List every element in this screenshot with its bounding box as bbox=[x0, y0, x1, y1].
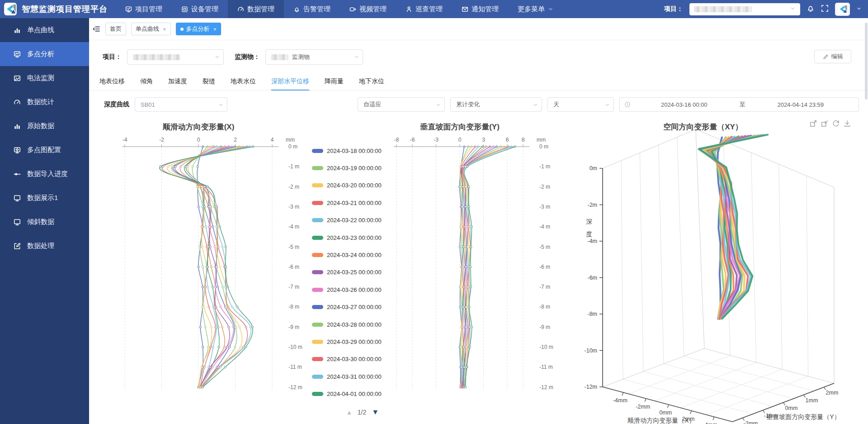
nav-item[interactable]: 数据管理 bbox=[228, 0, 284, 18]
category-tab[interactable]: 降雨量 bbox=[325, 73, 344, 91]
project-filter-label: 项目： bbox=[103, 53, 122, 61]
legend-item[interactable]: 2024-03-22 00:00:00 bbox=[312, 212, 391, 229]
nav-item[interactable]: 通知管理 bbox=[452, 0, 508, 18]
nav-project-select[interactable] bbox=[689, 3, 800, 15]
svg-text:-7 m: -7 m bbox=[288, 284, 299, 290]
svg-text:0m: 0m bbox=[590, 165, 597, 172]
category-tab[interactable]: 加速度 bbox=[168, 73, 187, 91]
sidebar-item[interactable]: 多点图配置 bbox=[0, 138, 89, 162]
close-tab-icon[interactable]: × bbox=[163, 26, 166, 33]
legend-item[interactable]: 2024-03-24 00:00:00 bbox=[312, 246, 391, 263]
legend-item[interactable]: 2024-03-19 00:00:00 bbox=[312, 159, 391, 176]
bell-icon bbox=[807, 4, 815, 12]
zoom-box-icon[interactable] bbox=[810, 120, 817, 129]
svg-text:-2 m: -2 m bbox=[288, 184, 299, 190]
avatar[interactable] bbox=[835, 3, 850, 16]
close-tab-icon[interactable]: × bbox=[213, 26, 217, 33]
chevron-down-icon bbox=[435, 102, 441, 109]
project-icon bbox=[125, 6, 132, 13]
page-tab[interactable]: 单点曲线× bbox=[131, 23, 171, 35]
caret-down-icon bbox=[790, 5, 796, 11]
chart1-title: 顺滑动方向变形量(X) bbox=[162, 123, 235, 131]
legend-item[interactable]: 2024-03-27 00:00:00 bbox=[312, 299, 391, 316]
sidebar-item[interactable]: 数据导入进度 bbox=[0, 162, 89, 186]
logo-icon bbox=[4, 2, 17, 16]
sidebar-item[interactable]: 多点分析 bbox=[0, 42, 89, 66]
legend-color-pill bbox=[312, 270, 323, 274]
download-icon[interactable] bbox=[844, 120, 851, 129]
sidebar-item[interactable]: 单点曲线 bbox=[0, 18, 89, 42]
legend-item[interactable]: 2024-03-30 00:00:00 bbox=[312, 351, 391, 368]
sidebar-item[interactable]: 电法监测 bbox=[0, 66, 89, 90]
zoom-reset-icon bbox=[821, 120, 828, 127]
legend-item[interactable]: 2024-03-26 00:00:00 bbox=[312, 281, 391, 298]
nav-item-label: 更多菜单 bbox=[518, 5, 545, 14]
interval-select[interactable]: 天 bbox=[547, 97, 614, 112]
svg-text:-9 m: -9 m bbox=[288, 324, 299, 330]
category-tab[interactable]: 地表位移 bbox=[99, 73, 125, 91]
page-scrollbar[interactable] bbox=[865, 23, 868, 100]
category-tab[interactable]: 地下水位 bbox=[359, 73, 384, 91]
active-tab-dot bbox=[180, 28, 184, 31]
legend-page-down-icon[interactable]: ▼ bbox=[372, 408, 379, 416]
legend-item[interactable]: 2024-03-23 00:00:00 bbox=[312, 229, 391, 246]
nav-item[interactable]: 视频管理 bbox=[340, 0, 396, 18]
category-tab[interactable]: 倾角 bbox=[140, 73, 153, 91]
svg-text:-10m: -10m bbox=[585, 348, 597, 354]
sidebar-item[interactable]: 数据统计 bbox=[0, 90, 89, 114]
date-range-picker[interactable]: 2024-03-16 00:00 至 2024-04-14 23:59 bbox=[619, 97, 859, 112]
sidebar-item-label: 多点图配置 bbox=[27, 146, 61, 154]
svg-text:0mm: 0mm bbox=[785, 405, 798, 411]
legend-page-up-icon[interactable]: ▲ bbox=[346, 409, 352, 416]
category-tab[interactable]: 地表水位 bbox=[231, 73, 256, 91]
project-filter-select[interactable] bbox=[127, 49, 224, 65]
svg-text:-5 m: -5 m bbox=[539, 244, 550, 250]
sidebar-item[interactable]: 原始数据 bbox=[0, 114, 89, 138]
main-content: 首页单点曲线×多点分析× 项目： 监测物： 监测物 编辑 地表位移倾角加速度裂缝… bbox=[89, 18, 868, 424]
legend-item[interactable]: 2024-03-18 00:00:00 bbox=[312, 142, 391, 159]
svg-text:6: 6 bbox=[506, 137, 509, 143]
nav-item-label: 设备管理 bbox=[191, 5, 218, 14]
sidebar-item-label: 数据展示1 bbox=[27, 194, 58, 202]
sidebar-item[interactable]: 数据展示1 bbox=[0, 186, 89, 210]
legend-item[interactable]: 2024-04-01 00:00:00 bbox=[312, 385, 391, 402]
legend-item[interactable]: 2024-03-20 00:00:00 bbox=[312, 177, 391, 194]
sidebar-item[interactable]: 倾斜数据 bbox=[0, 210, 89, 234]
depth-curve-value: SB01 bbox=[141, 101, 155, 108]
nav-item[interactable]: 设备管理 bbox=[172, 0, 228, 18]
change-mode-select[interactable]: 累计变化 bbox=[450, 97, 542, 112]
edit-button[interactable]: 编辑 bbox=[814, 50, 851, 63]
svg-text:2mm: 2mm bbox=[826, 390, 839, 396]
fullscreen-icon[interactable] bbox=[821, 5, 829, 14]
edit-button-label: 编辑 bbox=[831, 52, 843, 61]
nav-item[interactable]: 更多菜单 bbox=[508, 0, 563, 18]
category-tab[interactable]: 深部水平位移 bbox=[271, 73, 309, 91]
page-tab[interactable]: 首页 bbox=[105, 23, 126, 35]
nav-item[interactable]: 告警管理 bbox=[284, 0, 340, 18]
caret-down-icon[interactable] bbox=[856, 5, 862, 13]
fit-mode-select[interactable]: 自适应 bbox=[358, 97, 445, 112]
legend-item[interactable]: 2024-03-28 00:00:00 bbox=[312, 316, 391, 333]
bell-icon[interactable] bbox=[807, 4, 815, 14]
zoom-reset-icon[interactable] bbox=[821, 120, 828, 129]
legend-item[interactable]: 2024-03-29 00:00:00 bbox=[312, 333, 391, 350]
page-tab[interactable]: 多点分析× bbox=[176, 23, 222, 35]
collapse-sidebar-icon[interactable] bbox=[93, 25, 100, 33]
legend-item[interactable]: 2024-03-25 00:00:00 bbox=[312, 264, 391, 281]
chevron-down-icon bbox=[604, 102, 610, 109]
svg-text:-7 m: -7 m bbox=[539, 284, 550, 290]
depth-curve-select[interactable]: SB01 bbox=[135, 97, 227, 112]
category-tab[interactable]: 裂缝 bbox=[203, 73, 215, 91]
restore-icon[interactable] bbox=[832, 120, 840, 129]
notify-icon bbox=[462, 6, 468, 13]
legend-item[interactable]: 2024-03-21 00:00:00 bbox=[312, 194, 391, 211]
legend-color-pill bbox=[312, 253, 323, 257]
edit-doc-icon bbox=[14, 243, 21, 250]
legend-item[interactable]: 2024-03-31 00:00:00 bbox=[312, 368, 391, 385]
sidebar-item[interactable]: 数据处理 bbox=[0, 234, 89, 258]
open-tabs: 首页单点曲线×多点分析× bbox=[105, 23, 221, 35]
nav-item[interactable]: 项目管理 bbox=[116, 0, 172, 18]
date-separator: 至 bbox=[738, 100, 747, 109]
monitored-object-select[interactable]: 监测物 bbox=[265, 49, 363, 65]
nav-item[interactable]: 巡查管理 bbox=[396, 0, 452, 18]
